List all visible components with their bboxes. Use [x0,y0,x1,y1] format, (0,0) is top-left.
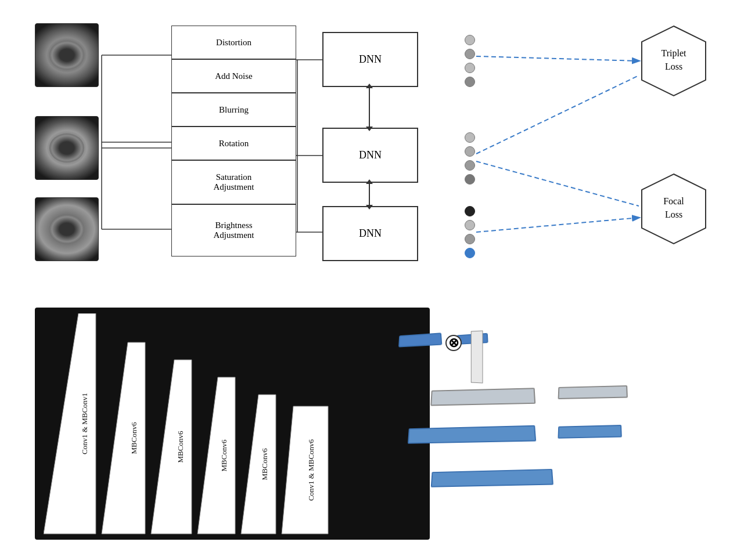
svg-line-3 [476,218,639,232]
aug-noise: Add Noise [171,59,296,93]
aug-rotation: Rotation [171,127,296,160]
aug-distortion: Distortion [171,26,296,59]
svg-text:MBConv6: MBConv6 [260,448,269,480]
dnn-box-3: DNN [322,206,418,261]
aug-blurring: Blurring [171,93,296,127]
thin-feat-map [471,330,483,383]
svg-line-2 [476,161,639,206]
svg-marker-25 [197,377,235,534]
ct-image-3 [35,197,99,261]
svg-line-0 [476,56,639,61]
svg-text:Conv1 & MBConv6: Conv1 & MBConv6 [307,439,315,501]
svg-marker-7 [642,174,706,244]
svg-text:Loss: Loss [665,62,682,71]
svg-line-1 [476,75,639,154]
feat-bar-gray-small [558,385,628,399]
feat-bar-blue-large [408,425,536,444]
svg-marker-23 [151,360,192,534]
feat-bar-blue-small [558,425,621,439]
conv-layers-svg: Conv1 & MBConv1 MBConv6 MBConv6 MBConv6 … [44,313,427,537]
aug-saturation: Saturation Adjustment [171,160,296,204]
svg-text:Triplet: Triplet [661,48,687,59]
dnn-box-2: DNN [322,128,418,183]
feature-vector-3 [465,206,475,258]
aug-brightness: Brightness Adjustment [171,204,296,256]
dnn-arrow-2 [369,183,370,206]
svg-text:Loss: Loss [665,209,682,219]
svg-marker-27 [241,395,276,534]
ct-image-2 [35,116,99,180]
dnn-arrow-1 [369,87,370,128]
svg-marker-4 [642,26,706,96]
feat-bar-blue-bottom [431,469,553,487]
svg-text:Conv1 & MBConv1: Conv1 & MBConv1 [80,393,89,454]
multiply-symbol: ⊗ [445,335,462,351]
svg-text:Focal: Focal [663,196,684,206]
svg-text:MBConv6: MBConv6 [176,431,185,463]
svg-text:MBConv6: MBConv6 [220,439,228,471]
dnn-box-1: DNN [322,32,418,87]
feature-vector-1 [465,35,475,87]
triplet-loss-hex: Triplet Loss [639,23,709,101]
svg-marker-29 [282,406,328,534]
feat-bar-gray-large [430,388,535,406]
svg-text:MBConv6: MBConv6 [130,422,138,454]
svg-marker-21 [102,342,145,534]
focal-loss-hex: Focal Loss [639,171,709,249]
feature-vector-2 [465,132,475,185]
ct-image-1 [35,23,99,87]
diagram-container: Distortion Add Noise Blurring Rotation S… [0,0,737,560]
